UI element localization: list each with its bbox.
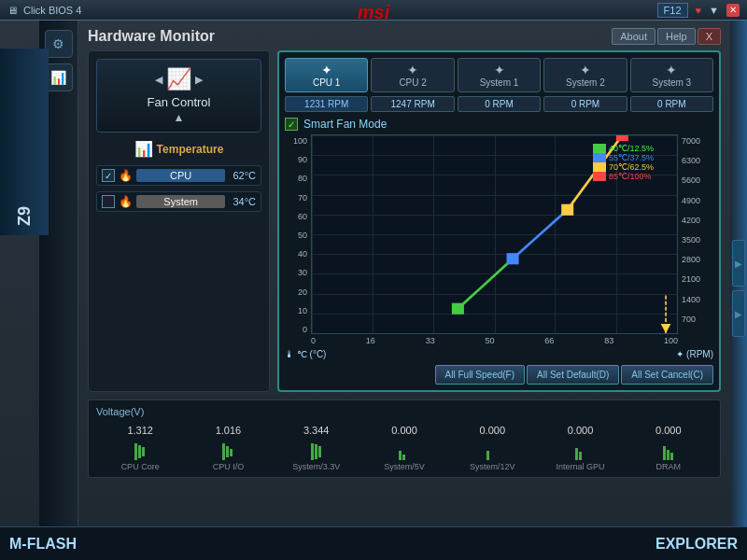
voltage-col-3: 3.344 bbox=[273, 421, 360, 438]
voltage-col-6: 0.000 bbox=[536, 421, 624, 438]
fan-spin-icon-1: ✦ bbox=[289, 63, 364, 77]
y-20: 20 bbox=[298, 287, 307, 297]
window-close-btn[interactable]: ✕ bbox=[726, 4, 740, 17]
fan-tab-sys1-label: System 1 bbox=[480, 77, 519, 88]
footer: M-FLASH EXPLORER bbox=[0, 526, 747, 560]
y-rpm-4900: 4900 bbox=[682, 196, 700, 205]
rpm-val-3: 0 RPM bbox=[458, 96, 541, 112]
legend-green: 40℃/12.5% bbox=[593, 144, 713, 153]
fan-control-box: ◀ 📈 ▶ Fan Control ▲ bbox=[96, 59, 261, 133]
fan-tabs: ✦ CPU 1 ✦ CPU 2 ✦ System 1 ✦ System 2 bbox=[285, 58, 713, 92]
y-70: 70 bbox=[298, 193, 307, 203]
x-0: 0 bbox=[311, 336, 316, 347]
right-deco-btn-2[interactable]: ▶ bbox=[732, 290, 745, 337]
y-rpm-1400: 1400 bbox=[682, 295, 700, 304]
axis-labels: 🌡 ℃ (°C) ✦ (RPM) bbox=[285, 349, 713, 359]
x-axis: 0 16 33 50 66 83 100 bbox=[311, 334, 678, 349]
footer-mflash[interactable]: M-FLASH bbox=[9, 536, 77, 553]
point-green bbox=[452, 303, 464, 315]
fan-tab-sys2-label: System 2 bbox=[566, 77, 605, 88]
fan-spin-icon-5: ✦ bbox=[634, 63, 710, 77]
cpu-temp-value: 62°C bbox=[233, 170, 256, 181]
system-sensor-checkbox[interactable] bbox=[102, 195, 115, 208]
y-90: 90 bbox=[298, 155, 307, 164]
y-100: 100 bbox=[293, 136, 307, 146]
sidebar-icon-1[interactable]: ⚙ bbox=[45, 30, 73, 58]
cpu-sensor-checkbox[interactable]: ✓ bbox=[102, 169, 115, 182]
y-rpm-4200: 4200 bbox=[682, 216, 700, 225]
monitor-icon: 🖥 bbox=[7, 5, 18, 16]
vbar-col-3 bbox=[273, 443, 360, 460]
heart-icon: ♥ bbox=[696, 5, 702, 16]
y-rpm-2800: 2800 bbox=[682, 255, 700, 264]
rpm-val-2: 1247 RPM bbox=[371, 96, 454, 112]
x-33: 33 bbox=[426, 336, 435, 347]
full-speed-button[interactable]: All Full Speed(F) bbox=[435, 365, 525, 385]
voltage-col-7: 0.000 bbox=[625, 421, 712, 438]
system-sensor-name: System bbox=[136, 195, 225, 208]
fan-tab-cpu1-label: CPU 1 bbox=[313, 77, 340, 88]
y-30: 30 bbox=[298, 268, 307, 277]
fan-chart-icon: 📈 bbox=[166, 67, 191, 91]
x-axis-label: 🌡 ℃ (°C) bbox=[285, 349, 326, 359]
svg-rect-13 bbox=[318, 446, 321, 457]
y-40: 40 bbox=[298, 249, 307, 259]
rpm-val-5: 0 RPM bbox=[630, 96, 713, 112]
fan-tab-cpu2[interactable]: ✦ CPU 2 bbox=[371, 58, 454, 92]
svg-line-1 bbox=[513, 210, 568, 259]
smart-fan-checkbox[interactable]: ✓ bbox=[285, 118, 298, 131]
voltage-val-3: 3.344 bbox=[303, 425, 330, 436]
rpm-val-1: 1231 RPM bbox=[285, 96, 368, 112]
v-label-2: CPU I/O bbox=[184, 462, 272, 471]
voltage-val-6: 0.000 bbox=[568, 425, 594, 436]
vbar-4 bbox=[397, 443, 412, 460]
right-panel: ✦ CPU 1 ✦ CPU 2 ✦ System 1 ✦ System 2 bbox=[277, 50, 721, 392]
point-red bbox=[616, 135, 628, 141]
x-83: 83 bbox=[604, 336, 613, 347]
system-temp-value: 34°C bbox=[233, 196, 256, 207]
footer-explorer[interactable]: EXPLORER bbox=[655, 536, 738, 553]
fan-spin-icon-4: ✦ bbox=[547, 63, 623, 77]
voltage-val-4: 0.000 bbox=[391, 425, 417, 436]
svg-rect-12 bbox=[315, 444, 317, 459]
legend-red: 85℃/100% bbox=[593, 172, 713, 181]
help-button[interactable]: Help bbox=[657, 28, 696, 45]
right-deco-btn-1[interactable]: ▶ bbox=[732, 240, 745, 287]
svg-rect-14 bbox=[399, 451, 402, 460]
voltage-val-1: 1.312 bbox=[127, 425, 153, 436]
voltage-col-4: 0.000 bbox=[360, 421, 448, 438]
sidebar-icon-2[interactable]: 📊 bbox=[45, 63, 73, 91]
top-buttons: About Help X bbox=[612, 28, 721, 45]
vbar-col-5 bbox=[448, 443, 536, 460]
legend-color-green bbox=[593, 144, 606, 153]
v-label-3: System/3.3V bbox=[273, 462, 360, 471]
fan-tab-sys3[interactable]: ✦ System 3 bbox=[630, 58, 713, 92]
svg-marker-4 bbox=[661, 324, 671, 333]
svg-rect-18 bbox=[579, 452, 582, 460]
cancel-button[interactable]: All Set Cancel(C) bbox=[621, 365, 713, 385]
about-button[interactable]: About bbox=[612, 28, 655, 45]
legend-blue: 55℃/37.5% bbox=[593, 153, 713, 162]
svg-rect-5 bbox=[134, 443, 137, 460]
v-label-1: CPU Core bbox=[96, 462, 184, 471]
f12-label: F12 bbox=[657, 3, 688, 18]
fan-spin-icon-3: ✦ bbox=[461, 63, 537, 77]
fan-tab-sys2[interactable]: ✦ System 2 bbox=[543, 58, 627, 92]
fan-tab-sys1[interactable]: ✦ System 1 bbox=[458, 58, 541, 92]
fan-tab-cpu1[interactable]: ✦ CPU 1 bbox=[285, 58, 368, 92]
legend-text-blue: 55℃/37.5% bbox=[609, 153, 654, 162]
cpu-flame-icon: 🔥 bbox=[119, 169, 133, 182]
hw-close-button[interactable]: X bbox=[698, 28, 721, 45]
svg-rect-15 bbox=[402, 455, 405, 460]
set-default-button[interactable]: All Set Default(D) bbox=[527, 365, 619, 385]
y-rpm-3500: 3500 bbox=[682, 235, 700, 245]
legend-text-red: 85℃/100% bbox=[609, 172, 652, 181]
hw-monitor: Hardware Monitor About Help X ◀ 📈 ▶ Fan … bbox=[78, 21, 730, 560]
vbar-col-7 bbox=[625, 443, 712, 460]
temp-icon: 📊 bbox=[134, 140, 153, 158]
vbar-2 bbox=[220, 443, 235, 460]
point-yellow bbox=[561, 204, 573, 216]
fan-tab-cpu2-label: CPU 2 bbox=[399, 77, 426, 88]
v-label-4: System/5V bbox=[360, 462, 448, 471]
msi-logo: msi bbox=[358, 0, 389, 22]
